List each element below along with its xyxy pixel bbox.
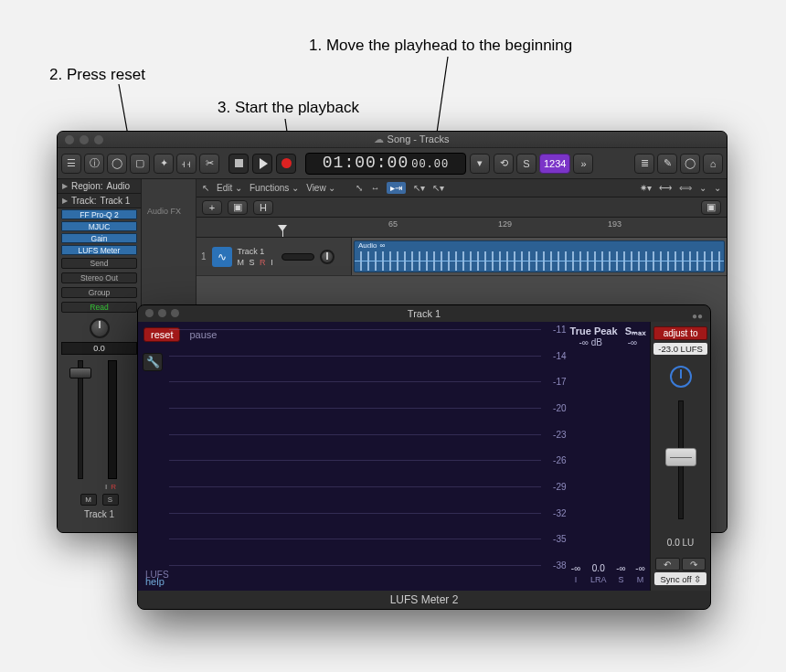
track-header-bar: + ▣ H ▣ <box>196 197 727 218</box>
play-button[interactable] <box>252 154 272 174</box>
lcd-time-main: 01:00:00 <box>323 154 409 172</box>
inspector-button[interactable]: ⓘ <box>84 154 104 174</box>
toolbar-button[interactable]: ▢ <box>130 154 150 174</box>
duplicate-track-button[interactable]: ▣ <box>228 200 248 215</box>
add-track-button[interactable]: + <box>202 200 222 215</box>
region-header[interactable]: ▶Region: Audio <box>58 179 141 194</box>
output-button[interactable]: Stereo Out <box>61 272 137 283</box>
smart-controls-button[interactable]: ✦ <box>154 154 174 174</box>
loops-button[interactable]: ◯ <box>680 154 700 174</box>
tool-icon[interactable]: ⤡ <box>356 183 363 193</box>
zoom-h-icon[interactable]: ⟷ <box>659 183 672 193</box>
track-name-label: Track 1 <box>238 246 276 257</box>
plugin-slot[interactable]: Gain <box>61 233 137 243</box>
list-editors-button[interactable]: ≣ <box>634 154 654 174</box>
quick-help-button[interactable]: ◯ <box>107 154 127 174</box>
undo-icon[interactable]: ↶ <box>655 558 679 571</box>
settings-icon[interactable]: 🔧 <box>143 353 163 371</box>
browsers-button[interactable]: ⌂ <box>703 154 723 174</box>
global-tracks-button[interactable]: H <box>253 200 273 215</box>
lcd-menu-button[interactable]: ▾ <box>470 154 490 174</box>
level-meter: IR <box>108 360 117 479</box>
adjust-to-button[interactable]: adjust to <box>653 326 707 340</box>
region-label: Region: <box>71 181 102 191</box>
mixer-button[interactable]: ⫞⫞ <box>176 154 196 174</box>
channel-fader-area: IR <box>58 355 142 492</box>
more-icon[interactable]: ⌄ <box>714 183 721 193</box>
record-button[interactable] <box>276 154 296 174</box>
redo-icon[interactable]: ↷ <box>682 558 706 571</box>
grid-label: -11 <box>553 325 566 335</box>
power-button[interactable] <box>670 366 692 388</box>
track-index: 1 <box>201 251 207 261</box>
group-button[interactable]: Group <box>61 287 137 298</box>
automation-read-button[interactable]: Read <box>61 302 137 313</box>
gridline <box>169 356 541 357</box>
grid-label: -35 <box>553 534 566 544</box>
pointer-tool-icon[interactable]: ↖ <box>202 183 209 193</box>
notepad-button[interactable]: ✎ <box>657 154 677 174</box>
ruler-tick: 193 <box>608 219 621 229</box>
view-menu[interactable]: View ⌄ <box>306 183 335 193</box>
tool-icon[interactable]: ↔ <box>370 183 379 193</box>
grid-label: -23 <box>553 429 566 439</box>
track-header[interactable]: 1 ∿ Track 1 M S R I <box>196 238 352 275</box>
plugin-slot[interactable]: FF Pro-Q 2 <box>61 209 137 219</box>
catch-tool-selected[interactable]: ▸⇥ <box>387 182 406 194</box>
rec-mini[interactable]: R <box>260 258 266 267</box>
readout-row: -∞I 0.0LRA -∞S -∞M <box>567 563 651 585</box>
library-button[interactable]: ☰ <box>61 154 81 174</box>
stop-button[interactable] <box>228 154 249 174</box>
track-header[interactable]: ▶Track: Track 1 <box>58 194 141 208</box>
track-pan-knob[interactable] <box>320 250 335 264</box>
mute-mini[interactable]: M <box>238 258 245 267</box>
zoom-v-icon[interactable]: ⟺ <box>679 183 692 193</box>
cycle-button[interactable]: ⟲ <box>494 154 514 174</box>
mute-button[interactable]: M <box>80 494 97 506</box>
ruler-tick: 129 <box>498 219 512 229</box>
replace-button[interactable]: S <box>516 154 536 174</box>
snap-icon[interactable]: ⌄ <box>699 183 706 193</box>
track-lane[interactable]: Audio∞ <box>352 238 727 275</box>
fader-handle[interactable] <box>69 368 91 379</box>
track-volume-slider[interactable] <box>281 253 314 261</box>
shortterm-label: S <box>616 574 625 585</box>
tool-icon[interactable]: ↖▾ <box>413 183 425 193</box>
audio-region[interactable]: Audio∞ <box>354 240 725 272</box>
window-title: Song - Tracks <box>103 133 719 145</box>
gain-slider-handle[interactable] <box>665 448 696 466</box>
input-mini[interactable]: I <box>271 258 273 267</box>
gain-readout[interactable]: 0.0 <box>61 342 137 355</box>
truepeak-value: -∞ dB <box>579 337 601 347</box>
plugin-traffic-lights[interactable] <box>145 309 179 317</box>
catch-playhead-button[interactable]: ▣ <box>701 200 721 215</box>
edit-toolbar: ↖ Edit ⌄ Functions ⌄ View ⌄ ⤡ ↔ ▸⇥ ↖▾ ↖▾… <box>196 179 727 197</box>
tool-icon[interactable]: ↖▾ <box>432 183 444 193</box>
lcd-display[interactable]: 01:00:00 00.00 <box>305 153 466 175</box>
traffic-lights[interactable] <box>65 135 103 144</box>
titlebar: Song - Tracks <box>58 132 727 148</box>
solo-mini[interactable]: S <box>250 258 255 267</box>
gear-icon[interactable]: ✷▾ <box>640 183 652 193</box>
editors-button[interactable]: ✂ <box>199 154 219 174</box>
more-transport-button[interactable]: » <box>573 154 593 174</box>
count-in-button[interactable]: 1234 <box>539 154 570 174</box>
plugin-footer: LUFS Meter 2 <box>138 591 710 609</box>
lra-label: LRA <box>590 574 607 585</box>
playhead[interactable] <box>282 230 283 237</box>
timeline-ruler[interactable]: 65 129 193 <box>196 218 727 238</box>
gridline <box>169 329 541 330</box>
send-button[interactable]: Send <box>61 258 137 269</box>
solo-button[interactable]: S <box>102 494 119 506</box>
plugin-slot[interactable]: MJUC <box>61 221 137 231</box>
gridline <box>169 434 541 435</box>
sync-dropdown[interactable]: Sync off⇳ <box>654 572 706 585</box>
plugin-slot[interactable]: LUFS Meter <box>61 245 137 255</box>
help-link[interactable]: help <box>145 576 165 587</box>
pan-knob[interactable] <box>90 318 110 338</box>
track-row: 1 ∿ Track 1 M S R I <box>196 238 727 276</box>
functions-menu[interactable]: Functions ⌄ <box>250 183 299 193</box>
adjust-target[interactable]: -23.0 LUFS <box>653 343 707 355</box>
grid-label: -26 <box>553 455 566 465</box>
edit-menu[interactable]: Edit ⌄ <box>217 183 242 193</box>
